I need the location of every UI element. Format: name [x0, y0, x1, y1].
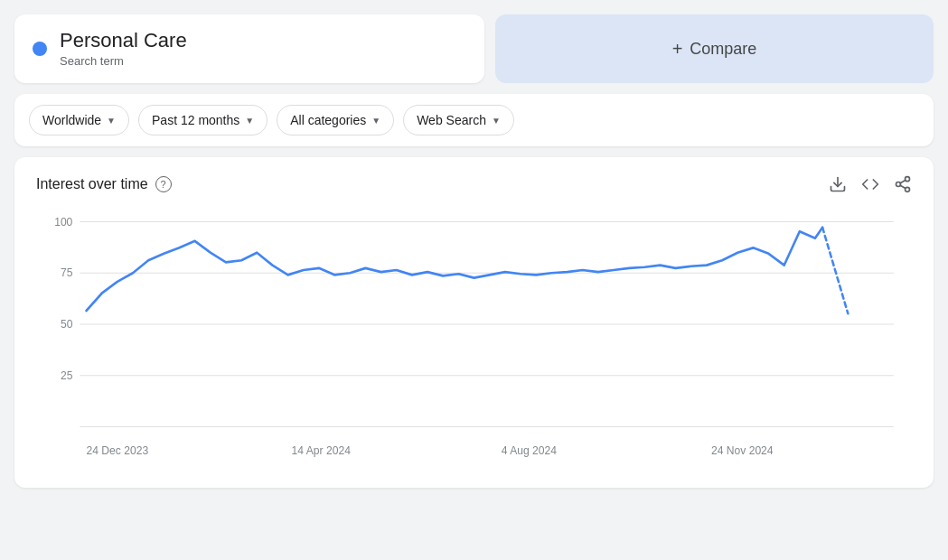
svg-text:50: 50 — [61, 318, 73, 331]
chart-header: Interest over time ? — [36, 175, 912, 193]
svg-text:75: 75 — [61, 267, 73, 280]
svg-text:4 Aug 2024: 4 Aug 2024 — [502, 444, 557, 457]
filter-time-label: Past 12 months — [152, 113, 239, 127]
filter-search-type[interactable]: Web Search ▼ — [403, 105, 514, 135]
svg-line-4 — [900, 186, 906, 189]
search-term-card: Personal Care Search term — [14, 14, 484, 83]
svg-line-5 — [900, 181, 906, 183]
svg-text:24 Nov 2024: 24 Nov 2024 — [711, 444, 774, 457]
chart-title: Interest over time — [36, 176, 148, 192]
search-term-name: Personal Care — [60, 29, 187, 52]
download-icon[interactable] — [829, 175, 847, 193]
svg-text:14 Apr 2024: 14 Apr 2024 — [292, 444, 351, 457]
chart-actions — [829, 175, 912, 193]
svg-text:24 Dec 2023: 24 Dec 2023 — [87, 444, 149, 457]
chevron-down-icon: ▼ — [371, 116, 380, 126]
term-color-dot — [33, 42, 47, 56]
filter-category-label: All categories — [290, 113, 366, 127]
filter-search-type-label: Web Search — [417, 113, 486, 127]
chart-area: 100 75 50 25 24 Dec 2023 14 Apr 2024 4 A… — [36, 202, 912, 473]
share-icon[interactable] — [894, 175, 912, 193]
compare-card[interactable]: + Compare — [495, 14, 934, 83]
chevron-down-icon: ▼ — [245, 116, 254, 126]
chart-svg: 100 75 50 25 24 Dec 2023 14 Apr 2024 4 A… — [36, 202, 912, 473]
search-term-type: Search term — [60, 54, 124, 68]
filter-geo[interactable]: Worldwide ▼ — [29, 105, 129, 135]
svg-text:25: 25 — [61, 369, 73, 382]
chevron-down-icon: ▼ — [492, 116, 501, 126]
top-row: Personal Care Search term + Compare — [14, 14, 934, 83]
chart-title-group: Interest over time ? — [36, 176, 172, 192]
filters-row: Worldwide ▼ Past 12 months ▼ All categor… — [14, 94, 934, 146]
chart-card: Interest over time ? — [14, 157, 934, 488]
chevron-down-icon: ▼ — [107, 116, 116, 126]
filter-category[interactable]: All categories ▼ — [277, 105, 394, 135]
compare-label: Compare — [690, 40, 756, 59]
filter-time[interactable]: Past 12 months ▼ — [138, 105, 268, 135]
help-icon[interactable]: ? — [155, 176, 172, 192]
svg-text:100: 100 — [54, 216, 72, 229]
search-term-text: Personal Care Search term — [60, 29, 187, 69]
chart-line-dashed — [822, 228, 848, 313]
filter-geo-label: Worldwide — [42, 113, 101, 127]
chart-line-solid — [87, 228, 823, 311]
embed-icon[interactable] — [861, 175, 879, 193]
plus-icon: + — [672, 39, 683, 60]
